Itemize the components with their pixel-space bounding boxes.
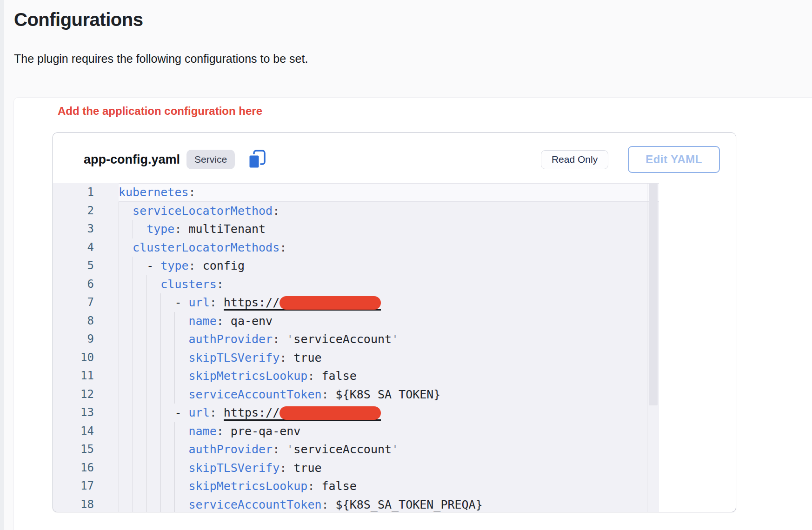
service-badge: Service bbox=[186, 150, 235, 169]
code-line: 17 skipMetricsLookup: false bbox=[53, 477, 659, 496]
code-line-content: type: multiTenant bbox=[119, 220, 659, 238]
code-line: 15 authProvider: 'serviceAccount' bbox=[53, 440, 659, 459]
page-title: Configurations bbox=[14, 9, 143, 30]
code-line-content: kubernetes: bbox=[119, 183, 659, 202]
line-number: 4 bbox=[53, 238, 119, 257]
code-line-content: - type: config bbox=[119, 257, 659, 275]
code-line: 6 clusters: bbox=[53, 275, 659, 294]
code-line-content: authProvider: 'serviceAccount' bbox=[119, 330, 659, 349]
code-line-content: serviceAccountToken: ${K8S_SA_TOKEN_PREQ… bbox=[119, 496, 659, 512]
yaml-editor-card: app-config.yaml Service Read Only Edit Y… bbox=[53, 132, 736, 512]
code-line: 7 - url: https:// bbox=[53, 293, 659, 312]
line-number: 15 bbox=[53, 440, 119, 459]
code-line: 10 skipTLSVerify: true bbox=[53, 349, 659, 367]
code-line-content: authProvider: 'serviceAccount' bbox=[119, 440, 659, 459]
line-number: 5 bbox=[53, 257, 119, 275]
page-subtitle: The plugin requires the following config… bbox=[14, 52, 308, 66]
line-number: 11 bbox=[53, 367, 119, 385]
code-line-content: skipMetricsLookup: false bbox=[119, 367, 659, 385]
line-number: 2 bbox=[53, 202, 119, 220]
code-line-content: - url: https:// bbox=[119, 293, 659, 312]
code-line: 5 - type: config bbox=[53, 257, 659, 275]
code-line: 4 clusterLocatorMethods: bbox=[53, 238, 659, 257]
code-line-content: serviceLocatorMethod: bbox=[119, 202, 659, 220]
cluster-url-link: https:// bbox=[224, 296, 381, 311]
editor-scrollbar-track[interactable] bbox=[647, 183, 659, 512]
line-number: 8 bbox=[53, 312, 119, 331]
line-number: 13 bbox=[53, 404, 119, 422]
code-line: 14 name: pre-qa-env bbox=[53, 422, 659, 441]
line-number: 3 bbox=[53, 220, 119, 238]
code-line: 9 authProvider: 'serviceAccount' bbox=[53, 330, 659, 349]
line-number: 6 bbox=[53, 275, 119, 294]
config-callout: Add the application configuration here bbox=[58, 105, 262, 118]
code-line: 2 serviceLocatorMethod: bbox=[53, 202, 659, 220]
code-line: 3 type: multiTenant bbox=[53, 220, 659, 238]
page-left-gutter bbox=[0, 0, 4, 530]
code-line-content: name: qa-env bbox=[119, 312, 659, 331]
code-line: 11 skipMetricsLookup: false bbox=[53, 367, 659, 385]
code-line-content: skipTLSVerify: true bbox=[119, 349, 659, 367]
code-line-content: skipMetricsLookup: false bbox=[119, 477, 659, 496]
code-line: 13 - url: https:// bbox=[53, 404, 659, 422]
line-number: 10 bbox=[53, 349, 119, 367]
code-line-content: - url: https:// bbox=[119, 404, 659, 422]
code-line-content: clusterLocatorMethods: bbox=[119, 238, 659, 257]
line-number: 7 bbox=[53, 293, 119, 312]
code-line: 8 name: qa-env bbox=[53, 312, 659, 331]
content-panel: Add the application configuration here a… bbox=[13, 97, 812, 530]
code-line: 18 serviceAccountToken: ${K8S_SA_TOKEN_P… bbox=[53, 496, 659, 512]
filename-label: app-config.yaml bbox=[84, 152, 180, 167]
line-number: 17 bbox=[53, 477, 119, 496]
code-line: 16 skipTLSVerify: true bbox=[53, 459, 659, 477]
redacted-url bbox=[280, 406, 381, 420]
editor-scrollbar-thumb[interactable] bbox=[649, 183, 658, 405]
code-line-content: serviceAccountToken: ${K8S_SA_TOKEN} bbox=[119, 385, 659, 404]
yaml-editor-header: app-config.yaml Service Read Only Edit Y… bbox=[53, 133, 736, 183]
code-line-content: clusters: bbox=[119, 275, 659, 294]
line-number: 14 bbox=[53, 422, 119, 441]
copy-icon-glyph bbox=[248, 149, 266, 170]
code-line: 12 serviceAccountToken: ${K8S_SA_TOKEN} bbox=[53, 385, 659, 404]
edit-yaml-button[interactable]: Edit YAML bbox=[628, 146, 720, 173]
code-line-content: skipTLSVerify: true bbox=[119, 459, 659, 477]
yaml-code-viewer[interactable]: 1kubernetes:2 serviceLocatorMethod:3 typ… bbox=[53, 183, 659, 512]
line-number: 9 bbox=[53, 330, 119, 349]
line-number: 18 bbox=[53, 496, 119, 512]
cluster-url-link: https:// bbox=[224, 406, 381, 421]
code-line-content: name: pre-qa-env bbox=[119, 422, 659, 441]
read-only-button[interactable]: Read Only bbox=[541, 150, 608, 169]
line-number: 16 bbox=[53, 459, 119, 477]
code-line: 1kubernetes: bbox=[53, 183, 659, 202]
copy-icon[interactable] bbox=[247, 149, 267, 170]
line-number: 12 bbox=[53, 385, 119, 404]
redacted-url bbox=[280, 296, 381, 310]
line-number: 1 bbox=[53, 183, 119, 202]
